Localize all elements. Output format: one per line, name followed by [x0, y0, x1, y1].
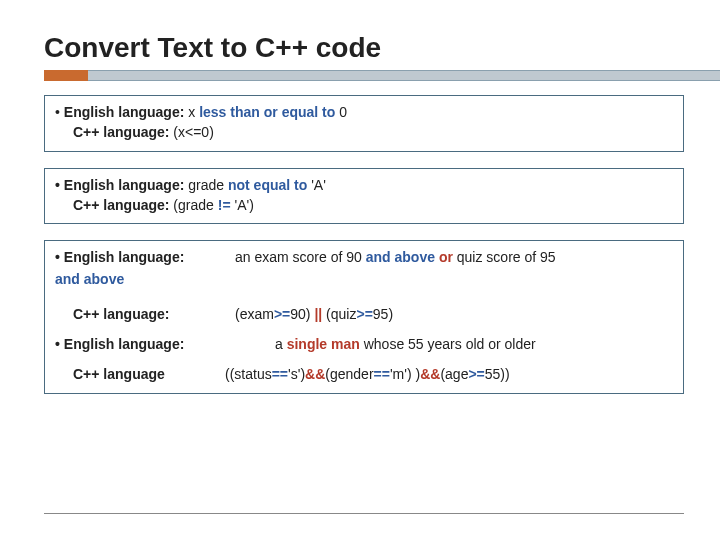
english-label: English language: [55, 334, 235, 354]
code-segment: 95) [373, 306, 393, 322]
text-segment: a [275, 336, 287, 352]
code-segment: 90) [290, 306, 314, 322]
english-phrase: a single man whose 55 years old or older [235, 334, 673, 354]
cpp-label: C++ language: [73, 124, 169, 140]
code-segment: (quiz [322, 306, 356, 322]
slide-content: English language: x less than or equal t… [0, 87, 720, 394]
code-segment: 'A') [231, 197, 254, 213]
operator-blue: >= [468, 366, 484, 382]
example-1-english: English language: x less than or equal t… [55, 102, 673, 122]
code-segment: (gender [325, 366, 373, 382]
cpp-expression: (exam>=90) || (quiz>=95) [235, 304, 673, 324]
example-box-3: English language: an exam score of 90 an… [44, 240, 684, 393]
example-4-cpp-row: C++ language ((status=='s')&&(gender=='m… [55, 364, 673, 384]
operator-red: && [420, 366, 440, 382]
operator-red: && [305, 366, 325, 382]
keyword-blue: and above [366, 249, 435, 265]
english-label: English language: [55, 247, 235, 267]
slide-header: Convert Text to C++ code [0, 0, 720, 87]
operator-blue: >= [356, 306, 372, 322]
operator-blue: >= [274, 306, 290, 322]
keyword-red: single man [287, 336, 360, 352]
text-segment: an exam score of 90 [235, 249, 366, 265]
operator-blue: == [374, 366, 390, 382]
cpp-expression: ((status=='s')&&(gender=='m') )&&(age>=5… [225, 364, 673, 384]
gray-bar [88, 70, 720, 81]
example-3-english-row: English language: an exam score of 90 an… [55, 247, 673, 267]
example-2-cpp: C++ language: (grade != 'A') [55, 195, 673, 215]
text-segment: 0 [335, 104, 347, 120]
keyword-red: or [435, 249, 457, 265]
example-2-english: English language: grade not equal to 'A' [55, 175, 673, 195]
keyword-continuation: and above [55, 269, 673, 289]
example-3-cpp-row: C++ language: (exam>=90) || (quiz>=95) [55, 304, 673, 324]
keyword-blue: not equal to [228, 177, 307, 193]
example-1-cpp: C++ language: (x<=0) [55, 122, 673, 142]
accent-bar [44, 70, 88, 81]
operator-blue: == [272, 366, 288, 382]
text-segment: quiz score of 95 [457, 249, 556, 265]
footer-divider [44, 513, 684, 514]
operator-blue: != [218, 197, 231, 213]
code-segment: 'm') ) [390, 366, 420, 382]
code-segment: (grade [169, 197, 217, 213]
english-label: English language: [64, 104, 185, 120]
title-underline [44, 70, 720, 81]
cpp-label: C++ language [55, 364, 235, 384]
english-label: English language: [55, 177, 184, 193]
code-segment: (x<=0) [169, 124, 213, 140]
example-4-english-row: English language: a single man whose 55 … [55, 334, 673, 354]
text-segment: x [184, 104, 199, 120]
keyword-blue: less than or equal to [199, 104, 335, 120]
cpp-label: C++ language: [73, 197, 169, 213]
english-phrase: an exam score of 90 and above or quiz sc… [235, 247, 673, 267]
code-segment: ((status [225, 366, 272, 382]
example-box-1: English language: x less than or equal t… [44, 95, 684, 152]
cpp-label: C++ language: [55, 304, 235, 324]
example-box-2: English language: grade not equal to 'A'… [44, 168, 684, 225]
code-segment: 55)) [485, 366, 510, 382]
code-segment: (age [440, 366, 468, 382]
code-segment: 's') [288, 366, 305, 382]
text-segment: 'A' [307, 177, 326, 193]
code-segment: (exam [235, 306, 274, 322]
text-segment: grade [184, 177, 228, 193]
text-segment: whose 55 years old or older [360, 336, 536, 352]
slide-title: Convert Text to C++ code [44, 32, 720, 64]
